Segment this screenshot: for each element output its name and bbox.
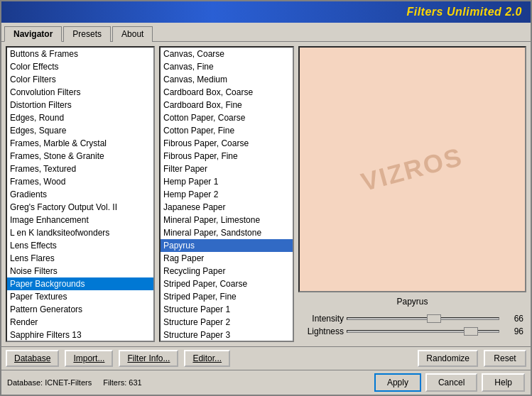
right-panel: VIZROS Papyrus Intensity66Lightness96: [298, 46, 526, 342]
database-label: Database: ICNET-Filters: [7, 378, 92, 387]
filter-list[interactable]: Canvas, CoarseCanvas, FineCanvas, Medium…: [159, 46, 294, 342]
filter-item-filter-paper[interactable]: Filter Paper: [161, 163, 293, 175]
action-buttons: Apply Cancel Help: [374, 373, 525, 392]
filter-item-canvas-medium[interactable]: Canvas, Medium: [161, 73, 293, 86]
filter-item-cardboard-fine[interactable]: Cardboard Box, Fine: [161, 99, 293, 111]
filter-item-hemp-2[interactable]: Hemp Paper 2: [161, 188, 293, 201]
category-item-paper-textures[interactable]: Paper Textures: [7, 290, 153, 303]
tab-about[interactable]: About: [112, 26, 153, 42]
category-item-color-filters[interactable]: Color Filters: [7, 73, 153, 86]
filter-item-mineral-limestone[interactable]: Mineral Paper, Limestone: [161, 214, 293, 226]
bottom-toolbar: Database Import... Filter Info... Editor…: [1, 346, 531, 370]
slider-track-intensity[interactable]: [347, 317, 499, 320]
reset-button[interactable]: Reset: [484, 350, 526, 367]
main-window: Filters Unlimited 2.0 Navigator Presets …: [0, 0, 532, 396]
category-item-frames-marble[interactable]: Frames, Marble & Crystal: [7, 137, 153, 150]
editor-button[interactable]: Editor...: [184, 350, 230, 367]
category-item-gregs-factory[interactable]: Greg's Factory Output Vol. II: [7, 201, 153, 214]
filter-item-structure-1[interactable]: Structure Paper 1: [161, 303, 293, 316]
filter-item-fibrous-coarse[interactable]: Fibrous Paper, Coarse: [161, 137, 293, 150]
category-item-render[interactable]: Render: [7, 316, 153, 329]
filter-item-hemp-1[interactable]: Hemp Paper 1: [161, 175, 293, 188]
category-item-frames-wood[interactable]: Frames, Wood: [7, 175, 153, 188]
slider-row-lightness: Lightness96: [301, 326, 523, 336]
category-item-pattern-generators[interactable]: Pattern Generators: [7, 303, 153, 316]
tab-bar: Navigator Presets About: [1, 23, 531, 42]
category-item-frames-stone[interactable]: Frames, Stone & Granite: [7, 150, 153, 163]
filters-label: Filters: 631: [103, 378, 141, 387]
filter-item-papyrus[interactable]: Papyrus: [161, 239, 293, 252]
category-item-convolution-filters[interactable]: Convolution Filters: [7, 86, 153, 99]
filter-name-display: Papyrus: [298, 295, 526, 308]
filter-item-striped-coarse[interactable]: Striped Paper, Coarse: [161, 277, 293, 290]
cancel-button[interactable]: Cancel: [425, 373, 477, 392]
filter-item-structure-4[interactable]: Structure Paper 4: [161, 341, 293, 342]
slider-label-intensity: Intensity: [301, 314, 344, 324]
filter-item-fibrous-fine[interactable]: Fibrous Paper, Fine: [161, 150, 293, 163]
tab-navigator[interactable]: Navigator: [4, 26, 62, 42]
category-list[interactable]: Buttons & FramesColor EffectsColor Filte…: [6, 46, 155, 342]
category-item-distortion-filters[interactable]: Distortion Filters: [7, 99, 153, 111]
filter-item-cotton-fine[interactable]: Cotton Paper, Fine: [161, 124, 293, 137]
filter-item-structure-2[interactable]: Structure Paper 2: [161, 316, 293, 329]
database-button[interactable]: Database: [6, 350, 59, 367]
randomize-button[interactable]: Randomize: [418, 350, 478, 367]
slider-track-lightness[interactable]: [347, 330, 499, 333]
slider-label-lightness: Lightness: [301, 326, 344, 336]
title-bar-text: Filters Unlimited 2.0: [406, 6, 522, 18]
filter-item-cardboard-coarse[interactable]: Cardboard Box, Coarse: [161, 86, 293, 99]
slider-value-intensity: 66: [502, 314, 523, 324]
category-item-lens-flares[interactable]: Lens Flares: [7, 252, 153, 265]
filters-value: 631: [129, 378, 141, 387]
filter-item-rag-paper[interactable]: Rag Paper: [161, 252, 293, 265]
apply-button[interactable]: Apply: [374, 373, 421, 392]
filter-item-mineral-sandstone[interactable]: Mineral Paper, Sandstone: [161, 226, 293, 239]
filter-item-canvas-fine[interactable]: Canvas, Fine: [161, 60, 293, 73]
category-item-image-enhancement[interactable]: Image Enhancement: [7, 214, 153, 226]
category-item-sapphire-filters[interactable]: Sapphire Filters 13: [7, 329, 153, 341]
filter-item-structure-3[interactable]: Structure Paper 3: [161, 329, 293, 341]
filter-item-cotton-coarse[interactable]: Cotton Paper, Coarse: [161, 111, 293, 124]
status-bar: Database: ICNET-Filters Filters: 631 App…: [1, 370, 531, 395]
tab-presets[interactable]: Presets: [63, 26, 111, 42]
category-item-frames-textured[interactable]: Frames, Textured: [7, 163, 153, 175]
category-item-paper-backgrounds[interactable]: Paper Backgrounds: [7, 277, 153, 290]
filter-item-japanese[interactable]: Japanese Paper: [161, 201, 293, 214]
main-content: Buttons & FramesColor EffectsColor Filte…: [1, 42, 531, 346]
title-bar: Filters Unlimited 2.0: [1, 1, 531, 23]
sliders-area: Intensity66Lightness96: [298, 311, 526, 342]
category-item-buttons-frames[interactable]: Buttons & Frames: [7, 48, 153, 60]
slider-thumb-intensity[interactable]: [427, 314, 441, 323]
filter-info-button[interactable]: Filter Info...: [119, 350, 178, 367]
category-item-special-effects-1[interactable]: Special Effects 1: [7, 341, 153, 342]
category-item-edges-round[interactable]: Edges, Round: [7, 111, 153, 124]
import-button[interactable]: Import...: [65, 350, 113, 367]
category-item-color-effects[interactable]: Color Effects: [7, 60, 153, 73]
watermark-text: VIZROS: [359, 141, 467, 197]
preview-area: VIZROS: [298, 46, 526, 292]
filter-item-striped-fine[interactable]: Striped Paper, Fine: [161, 290, 293, 303]
category-item-edges-square[interactable]: Edges, Square: [7, 124, 153, 137]
category-item-lens-effects[interactable]: Lens Effects: [7, 239, 153, 252]
database-value: ICNET-Filters: [45, 378, 92, 387]
category-item-noise-filters[interactable]: Noise Filters: [7, 265, 153, 277]
category-item-lenk-land[interactable]: L en K landksiteofwonders: [7, 226, 153, 239]
filter-item-canvas-coarse[interactable]: Canvas, Coarse: [161, 48, 293, 60]
filter-item-recycling-paper[interactable]: Recycling Paper: [161, 265, 293, 277]
slider-value-lightness: 96: [502, 326, 523, 336]
category-item-gradients[interactable]: Gradients: [7, 188, 153, 201]
help-button[interactable]: Help: [482, 373, 525, 392]
slider-row-intensity: Intensity66: [301, 314, 523, 324]
slider-thumb-lightness[interactable]: [464, 327, 478, 336]
